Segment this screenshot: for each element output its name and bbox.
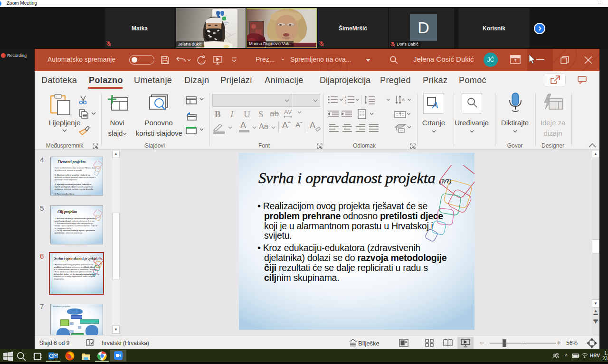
svg-text:A: A	[402, 97, 405, 102]
svg-text:3: 3	[345, 101, 346, 104]
svg-text:A: A	[432, 100, 438, 110]
